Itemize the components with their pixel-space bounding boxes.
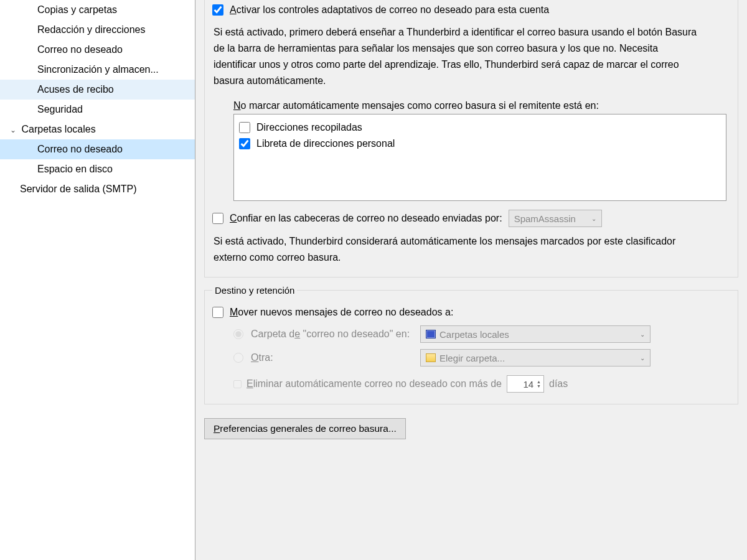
global-junk-prefs-button[interactable]: Preferencias generales de correo basura.…: [204, 418, 406, 439]
checkbox-enable-adaptive[interactable]: Activar los controles adaptativos de cor…: [212, 3, 730, 17]
chevron-down-icon[interactable]: ▼: [537, 384, 541, 388]
spinner-buttons[interactable]: ▲ ▼: [535, 379, 542, 389]
checkbox-move-junk[interactable]: Mover nuevos mensajes de correo no desea…: [212, 306, 730, 319]
whitelist-label: No marcar automáticamente mensajes como …: [233, 100, 730, 111]
sidebar-item-copies[interactable]: Copias y carpetas: [0, 0, 195, 20]
radio-junk-folder-label: Carpeta de "correo no deseado" en:: [251, 329, 413, 340]
radio-other-folder-input[interactable]: [233, 353, 243, 363]
chevron-down-icon: ⌄: [640, 355, 645, 362]
radio-junk-folder[interactable]: Carpeta de "correo no deseado" en: Carpe…: [233, 325, 730, 343]
checkbox-trust-headers-label: Confiar en las cabeceras de correo no de…: [230, 213, 502, 224]
sidebar-root-smtp-label: Servidor de salida (SMTP): [20, 184, 137, 194]
select-junk-folder-account-value: Carpetas locales: [439, 329, 634, 340]
junk-settings-panel: Selección Activar los controles adaptati…: [195, 0, 747, 560]
sidebar-item-security[interactable]: Seguridad: [0, 100, 195, 119]
select-trust-headers[interactable]: SpamAssassin ⌄: [509, 210, 602, 227]
group-selection: Selección Activar los controles adaptati…: [204, 0, 738, 278]
auto-delete-days-value: 14: [511, 379, 535, 390]
whitelist-item-collected[interactable]: Direcciones recopiladas: [239, 121, 721, 134]
folder-icon: [426, 353, 436, 362]
select-other-folder[interactable]: Elegir carpeta... ⌄: [420, 349, 651, 366]
radio-other-folder[interactable]: Otra: Elegir carpeta... ⌄: [233, 349, 730, 366]
group-destination-legend: Destino y retención: [212, 285, 297, 296]
sidebar-item-receipts[interactable]: Acuses de recibo: [0, 80, 195, 100]
sidebar-item-junk[interactable]: Correo no deseado: [0, 40, 195, 60]
select-other-folder-value: Elegir carpeta...: [439, 353, 634, 363]
checkbox-enable-adaptive-label: Activar los controles adaptativos de cor…: [230, 3, 549, 17]
select-junk-folder-account[interactable]: Carpetas locales ⌄: [420, 325, 651, 343]
checkbox-enable-adaptive-input[interactable]: [212, 4, 223, 16]
chevron-down-icon: ⌄: [591, 215, 596, 222]
radio-junk-folder-input[interactable]: [233, 329, 243, 339]
sidebar-item-local-junk[interactable]: Correo no deseado: [0, 139, 195, 159]
sidebar-root-local-folders[interactable]: ⌄ Carpetas locales: [0, 119, 195, 139]
select-trust-headers-value: SpamAssassin: [514, 213, 576, 224]
checkbox-auto-delete-label: Eliminar automáticamente correo no desea…: [247, 378, 502, 390]
sidebar-item-composition[interactable]: Redacción y direcciones: [0, 20, 195, 40]
whitelist-item-collected-label: Direcciones recopiladas: [256, 121, 362, 134]
sidebar-root-smtp[interactable]: Servidor de salida (SMTP): [0, 179, 195, 199]
adaptive-explanation: Si está activado, primero deberá enseñar…: [214, 24, 699, 89]
whitelist-listbox[interactable]: Direcciones recopiladas Libreta de direc…: [233, 114, 726, 201]
whitelist-item-personal-label: Libreta de direcciones personal: [256, 137, 395, 151]
chevron-up-icon[interactable]: ▲: [537, 380, 541, 384]
checkbox-trust-headers-input[interactable]: [212, 213, 223, 224]
chevron-down-icon: ⌄: [9, 120, 17, 139]
group-destination: Destino y retención Mover nuevos mensaje…: [204, 285, 738, 404]
radio-other-folder-label: Otra:: [251, 352, 413, 363]
whitelist-item-personal-input[interactable]: [239, 138, 250, 149]
checkbox-move-junk-input[interactable]: [212, 307, 223, 318]
checkbox-trust-headers[interactable]: Confiar en las cabeceras de correo no de…: [212, 210, 730, 227]
sidebar-item-local-disk[interactable]: Espacio en disco: [0, 159, 195, 179]
checkbox-move-junk-label: Mover nuevos mensajes de correo no desea…: [230, 306, 453, 319]
sidebar-item-sync[interactable]: Sincronización y almacen...: [0, 60, 195, 80]
auto-delete-days-unit: días: [549, 378, 568, 390]
account-settings-sidebar: Copias y carpetas Redacción y direccione…: [0, 0, 195, 560]
sidebar-root-local-folders-label: Carpetas locales: [21, 124, 95, 134]
checkbox-auto-delete-input[interactable]: [233, 380, 242, 388]
checkbox-auto-delete[interactable]: Eliminar automáticamente correo no desea…: [233, 375, 730, 393]
whitelist-item-collected-input[interactable]: [239, 122, 250, 133]
chevron-down-icon: ⌄: [640, 331, 645, 338]
trust-headers-explanation: Si está activado, Thunderbird considerar…: [214, 233, 699, 266]
monitor-icon: [426, 330, 436, 338]
auto-delete-days-input[interactable]: 14 ▲ ▼: [507, 375, 544, 393]
whitelist-item-personal[interactable]: Libreta de direcciones personal: [239, 137, 721, 151]
